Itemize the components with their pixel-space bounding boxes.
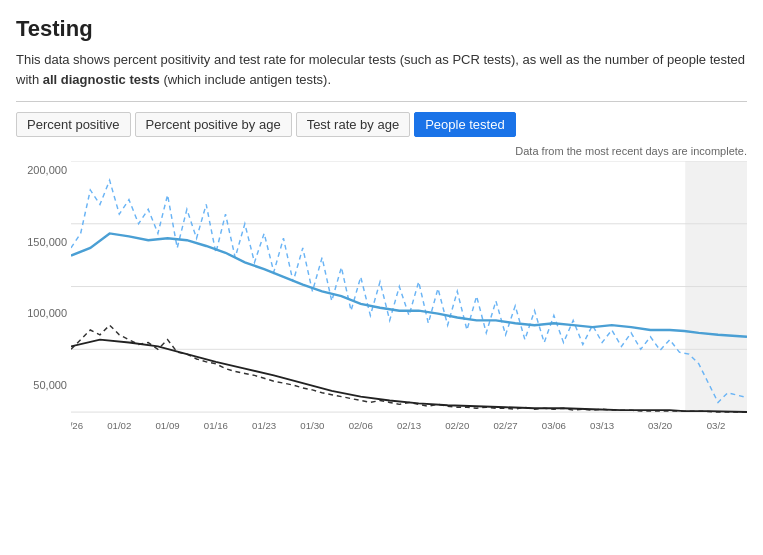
x-label-0313: 03/13 — [590, 420, 614, 431]
x-label-0213: 02/13 — [397, 420, 421, 431]
description-text: This data shows percent positivity and t… — [16, 50, 747, 89]
divider — [16, 101, 747, 102]
page-title: Testing — [16, 16, 747, 42]
x-label-0102: 01/02 — [107, 420, 131, 431]
x-label-0320: 03/20 — [648, 420, 672, 431]
x-label-0123: 01/23 — [252, 420, 276, 431]
chart-area: Data from the most recent days are incom… — [16, 145, 747, 485]
y-label-200k: 200,000 — [16, 165, 67, 176]
x-label-0116: 01/16 — [204, 420, 228, 431]
tab-percent-positive-by-age[interactable]: Percent positive by age — [135, 112, 292, 137]
x-label-0306: 03/06 — [542, 420, 566, 431]
tab-people-tested[interactable]: People tested — [414, 112, 516, 137]
y-label-50k: 50,000 — [16, 380, 67, 391]
tab-percent-positive[interactable]: Percent positive — [16, 112, 131, 137]
tab-test-rate-by-age[interactable]: Test rate by age — [296, 112, 411, 137]
chart-svg: 12/26 01/02 01/09 01/16 01/23 01/30 02/0… — [71, 161, 747, 441]
x-label-0109: 01/09 — [156, 420, 180, 431]
blue-solid-line — [71, 233, 747, 336]
x-label-0130: 01/30 — [300, 420, 324, 431]
x-label-0206: 02/06 — [349, 420, 373, 431]
tab-bar: Percent positive Percent positive by age… — [16, 112, 747, 137]
x-label-032: 03/2 — [707, 420, 726, 431]
chart-container: 200,000 150,000 100,000 50,000 — [16, 161, 747, 471]
x-label-0227: 02/27 — [494, 420, 518, 431]
y-label-150k: 150,000 — [16, 237, 67, 248]
y-label-100k: 100,000 — [16, 308, 67, 319]
black-solid-line — [71, 340, 747, 412]
black-dashed-line — [71, 325, 747, 412]
blue-dashed-line — [71, 180, 747, 402]
y-axis: 200,000 150,000 100,000 50,000 — [16, 161, 71, 471]
data-note: Data from the most recent days are incom… — [16, 145, 747, 157]
x-label-1226: 12/26 — [71, 420, 83, 431]
chart-svg-wrapper: 12/26 01/02 01/09 01/16 01/23 01/30 02/0… — [71, 161, 747, 471]
x-label-0220: 02/20 — [445, 420, 469, 431]
